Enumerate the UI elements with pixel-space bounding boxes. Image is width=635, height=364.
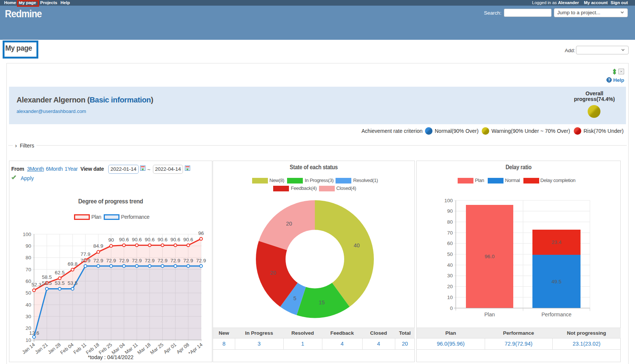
svg-text:90.6: 90.6	[171, 237, 180, 242]
svg-text:Mar 18: Mar 18	[136, 342, 152, 356]
svg-text:50: 50	[447, 251, 453, 257]
svg-text:72.9: 72.9	[183, 258, 193, 263]
svg-text:77.9: 77.9	[80, 251, 90, 257]
svg-text:72.9: 72.9	[196, 258, 206, 263]
svg-text:30: 30	[447, 273, 453, 278]
svg-text:0: 0	[450, 305, 453, 311]
svg-text:10: 10	[447, 295, 453, 300]
svg-text:Plan: Plan	[484, 311, 495, 317]
svg-text:23.4: 23.4	[552, 239, 562, 245]
svg-text:90: 90	[447, 208, 453, 214]
svg-text:90.6: 90.6	[157, 237, 167, 242]
svg-text:40: 40	[26, 302, 31, 308]
svg-text:Mar 04: Mar 04	[110, 342, 126, 356]
svg-text:70: 70	[447, 230, 453, 236]
svg-text:90: 90	[108, 237, 114, 243]
svg-text:90: 90	[26, 243, 31, 249]
svg-text:30: 30	[26, 314, 31, 319]
svg-text:20: 20	[447, 284, 453, 289]
svg-text:58.5: 58.5	[42, 274, 52, 280]
svg-text:72.9: 72.9	[93, 258, 103, 263]
svg-text:Feb 11: Feb 11	[72, 342, 87, 355]
svg-text:60: 60	[26, 278, 31, 284]
svg-text:80: 80	[447, 219, 453, 225]
svg-text:?: ?	[608, 78, 610, 82]
svg-text:53.5: 53.5	[55, 280, 65, 286]
svg-text:Mar 25: Mar 25	[149, 342, 165, 356]
svg-text:12.6: 12.6	[29, 330, 39, 336]
svg-text:72.9: 72.9	[119, 258, 129, 263]
svg-text:90.6: 90.6	[132, 237, 142, 242]
svg-text:72.9: 72.9	[132, 258, 142, 263]
svg-text:Feb 25: Feb 25	[98, 342, 113, 356]
svg-text:40: 40	[354, 242, 360, 248]
svg-text:Feb 04: Feb 04	[59, 342, 74, 356]
svg-text:72.9: 72.9	[171, 258, 180, 263]
svg-text:72.9: 72.9	[157, 258, 167, 263]
svg-text:Mar 11: Mar 11	[124, 342, 139, 355]
svg-text:Jan 28: Jan 28	[47, 342, 62, 355]
svg-text:100: 100	[23, 232, 31, 237]
svg-text:20: 20	[270, 270, 276, 276]
svg-text:10: 10	[26, 337, 31, 343]
svg-text:52.3: 52.3	[32, 282, 41, 287]
svg-text:62.5: 62.5	[55, 270, 65, 275]
svg-text:40: 40	[447, 262, 453, 268]
svg-text:72.9: 72.9	[80, 258, 90, 263]
svg-text:90.6: 90.6	[119, 237, 129, 242]
svg-text:49.5: 49.5	[552, 279, 561, 284]
svg-text:Feb 18: Feb 18	[85, 342, 100, 356]
svg-text:96.0: 96.0	[485, 254, 494, 259]
svg-text:53.5: 53.5	[42, 280, 52, 286]
svg-text:Jan 21: Jan 21	[34, 342, 49, 355]
svg-text:80: 80	[26, 255, 31, 260]
svg-text:100: 100	[444, 198, 453, 203]
svg-text:72.9: 72.9	[106, 258, 116, 263]
svg-text:60: 60	[447, 241, 453, 246]
svg-text:5: 5	[293, 295, 296, 301]
svg-text:20: 20	[286, 221, 292, 227]
svg-text:15: 15	[319, 299, 325, 305]
svg-text:Performance: Performance	[541, 311, 572, 317]
svg-text:53.5: 53.5	[68, 280, 77, 286]
svg-text:72.9: 72.9	[145, 258, 154, 263]
svg-text:69.8: 69.8	[68, 261, 77, 267]
svg-text:84.9: 84.9	[93, 243, 103, 249]
svg-text:90.6: 90.6	[183, 237, 193, 242]
svg-text:Jan 14: Jan 14	[21, 342, 36, 355]
svg-text:96: 96	[198, 230, 204, 236]
svg-text:90.6: 90.6	[145, 237, 154, 242]
svg-text:Apr 01: Apr 01	[163, 342, 177, 355]
svg-text:50: 50	[26, 290, 31, 296]
svg-text:70: 70	[26, 267, 31, 272]
